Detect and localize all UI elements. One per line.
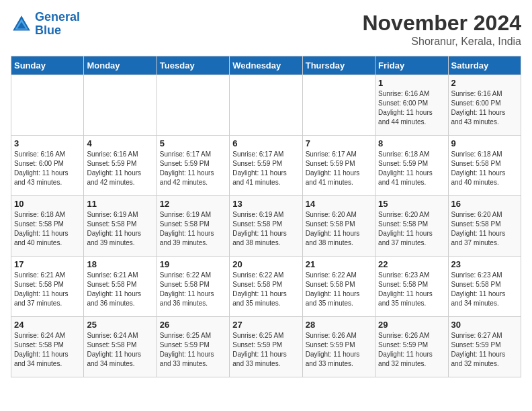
day-info: Sunrise: 6:23 AM Sunset: 5:58 PM Dayligh… [378,271,445,308]
calendar-cell: 8Sunrise: 6:18 AM Sunset: 5:59 PM Daylig… [375,136,448,196]
calendar-week-row: 17Sunrise: 6:21 AM Sunset: 5:58 PM Dayli… [11,257,521,317]
day-info: Sunrise: 6:18 AM Sunset: 5:59 PM Dayligh… [378,150,445,187]
day-info: Sunrise: 6:23 AM Sunset: 5:58 PM Dayligh… [451,271,518,308]
day-info: Sunrise: 6:20 AM Sunset: 5:58 PM Dayligh… [378,210,445,248]
calendar-cell: 27Sunrise: 6:25 AM Sunset: 5:59 PM Dayli… [230,317,302,377]
calendar-week-row: 3Sunrise: 6:16 AM Sunset: 6:00 PM Daylig… [11,136,521,196]
logo-line1: General [35,10,80,24]
day-info: Sunrise: 6:19 AM Sunset: 5:58 PM Dayligh… [87,210,153,248]
calendar-cell: 14Sunrise: 6:20 AM Sunset: 5:58 PM Dayli… [302,196,375,257]
day-number: 23 [451,259,518,269]
day-number: 30 [451,320,518,330]
calendar-cell: 16Sunrise: 6:20 AM Sunset: 5:58 PM Dayli… [448,196,521,257]
day-info: Sunrise: 6:17 AM Sunset: 5:59 PM Dayligh… [160,150,226,187]
day-number: 5 [160,138,226,148]
day-info: Sunrise: 6:17 AM Sunset: 5:59 PM Dayligh… [232,150,299,187]
calendar-cell: 23Sunrise: 6:23 AM Sunset: 5:58 PM Dayli… [448,257,521,317]
calendar-cell [11,75,84,136]
day-number: 12 [160,199,226,209]
weekday-header-cell: Saturday [448,56,521,75]
calendar-cell: 13Sunrise: 6:19 AM Sunset: 5:58 PM Dayli… [230,196,302,257]
calendar-cell: 26Sunrise: 6:25 AM Sunset: 5:59 PM Dayli… [157,317,229,377]
calendar-table: SundayMondayTuesdayWednesdayThursdayFrid… [11,56,521,377]
day-number: 25 [87,320,153,330]
day-number: 4 [87,138,153,148]
day-info: Sunrise: 6:20 AM Sunset: 5:58 PM Dayligh… [451,210,518,248]
location: Shoranur, Kerala, India [362,36,521,48]
day-info: Sunrise: 6:25 AM Sunset: 5:59 PM Dayligh… [232,331,299,369]
calendar-cell: 29Sunrise: 6:26 AM Sunset: 5:59 PM Dayli… [375,317,448,377]
calendar-cell: 1Sunrise: 6:16 AM Sunset: 6:00 PM Daylig… [375,75,448,136]
day-info: Sunrise: 6:16 AM Sunset: 6:00 PM Dayligh… [451,89,518,127]
calendar-cell: 2Sunrise: 6:16 AM Sunset: 6:00 PM Daylig… [448,75,521,136]
day-info: Sunrise: 6:21 AM Sunset: 5:58 PM Dayligh… [87,271,153,308]
weekday-header-cell: Thursday [302,56,375,75]
calendar-cell: 28Sunrise: 6:26 AM Sunset: 5:59 PM Dayli… [302,317,375,377]
day-number: 22 [378,259,445,269]
weekday-header-cell: Monday [84,56,157,75]
day-info: Sunrise: 6:26 AM Sunset: 5:59 PM Dayligh… [306,331,372,369]
calendar-cell: 18Sunrise: 6:21 AM Sunset: 5:58 PM Dayli… [84,257,157,317]
logo-text: General Blue [35,11,80,38]
day-number: 8 [378,138,445,148]
day-number: 19 [160,259,226,269]
day-info: Sunrise: 6:18 AM Sunset: 5:58 PM Dayligh… [14,210,81,248]
calendar-cell: 22Sunrise: 6:23 AM Sunset: 5:58 PM Dayli… [375,257,448,317]
calendar-cell [84,75,157,136]
calendar-cell: 15Sunrise: 6:20 AM Sunset: 5:58 PM Dayli… [375,196,448,257]
calendar-cell: 5Sunrise: 6:17 AM Sunset: 5:59 PM Daylig… [157,136,229,196]
day-number: 2 [451,78,518,88]
day-info: Sunrise: 6:17 AM Sunset: 5:59 PM Dayligh… [306,150,372,187]
day-info: Sunrise: 6:26 AM Sunset: 5:59 PM Dayligh… [378,331,445,369]
day-info: Sunrise: 6:18 AM Sunset: 5:58 PM Dayligh… [451,150,518,187]
calendar-body: 1Sunrise: 6:16 AM Sunset: 6:00 PM Daylig… [11,75,521,377]
day-number: 16 [451,199,518,209]
calendar-week-row: 24Sunrise: 6:24 AM Sunset: 5:58 PM Dayli… [11,317,521,377]
day-info: Sunrise: 6:19 AM Sunset: 5:58 PM Dayligh… [232,210,299,248]
day-info: Sunrise: 6:24 AM Sunset: 5:58 PM Dayligh… [14,331,81,369]
calendar-cell: 24Sunrise: 6:24 AM Sunset: 5:58 PM Dayli… [11,317,84,377]
day-number: 28 [306,320,372,330]
weekday-header-row: SundayMondayTuesdayWednesdayThursdayFrid… [11,56,521,75]
title-block: November 2024 Shoranur, Kerala, India [362,11,521,48]
day-info: Sunrise: 6:22 AM Sunset: 5:58 PM Dayligh… [232,271,299,308]
day-number: 29 [378,320,445,330]
calendar-cell: 20Sunrise: 6:22 AM Sunset: 5:58 PM Dayli… [230,257,302,317]
page-header: General Blue November 2024 Shoranur, Ker… [11,11,521,48]
day-number: 9 [451,138,518,148]
day-info: Sunrise: 6:16 AM Sunset: 6:00 PM Dayligh… [14,150,81,187]
day-number: 18 [87,259,153,269]
day-info: Sunrise: 6:27 AM Sunset: 5:59 PM Dayligh… [451,331,518,369]
calendar-cell: 4Sunrise: 6:16 AM Sunset: 5:59 PM Daylig… [84,136,157,196]
weekday-header-cell: Friday [375,56,448,75]
day-info: Sunrise: 6:20 AM Sunset: 5:58 PM Dayligh… [306,210,372,248]
calendar-cell: 6Sunrise: 6:17 AM Sunset: 5:59 PM Daylig… [230,136,302,196]
day-number: 7 [306,138,372,148]
logo-icon [11,13,32,35]
calendar-cell: 21Sunrise: 6:22 AM Sunset: 5:58 PM Dayli… [302,257,375,317]
weekday-header-cell: Wednesday [230,56,302,75]
calendar-week-row: 1Sunrise: 6:16 AM Sunset: 6:00 PM Daylig… [11,75,521,136]
day-number: 6 [232,138,299,148]
day-number: 11 [87,199,153,209]
calendar-cell: 11Sunrise: 6:19 AM Sunset: 5:58 PM Dayli… [84,196,157,257]
day-info: Sunrise: 6:24 AM Sunset: 5:58 PM Dayligh… [87,331,153,369]
calendar-cell: 17Sunrise: 6:21 AM Sunset: 5:58 PM Dayli… [11,257,84,317]
day-info: Sunrise: 6:21 AM Sunset: 5:58 PM Dayligh… [14,271,81,308]
calendar-cell: 19Sunrise: 6:22 AM Sunset: 5:58 PM Dayli… [157,257,229,317]
day-info: Sunrise: 6:16 AM Sunset: 6:00 PM Dayligh… [378,89,445,127]
day-info: Sunrise: 6:16 AM Sunset: 5:59 PM Dayligh… [87,150,153,187]
day-info: Sunrise: 6:22 AM Sunset: 5:58 PM Dayligh… [160,271,226,308]
day-number: 21 [306,259,372,269]
calendar-cell [302,75,375,136]
day-info: Sunrise: 6:19 AM Sunset: 5:58 PM Dayligh… [160,210,226,248]
calendar-cell: 3Sunrise: 6:16 AM Sunset: 6:00 PM Daylig… [11,136,84,196]
day-number: 13 [232,199,299,209]
calendar-cell [157,75,229,136]
day-number: 1 [378,78,445,88]
logo: General Blue [11,11,80,38]
day-number: 27 [232,320,299,330]
logo-line2: Blue [35,24,61,37]
calendar-cell: 7Sunrise: 6:17 AM Sunset: 5:59 PM Daylig… [302,136,375,196]
day-number: 10 [14,199,81,209]
